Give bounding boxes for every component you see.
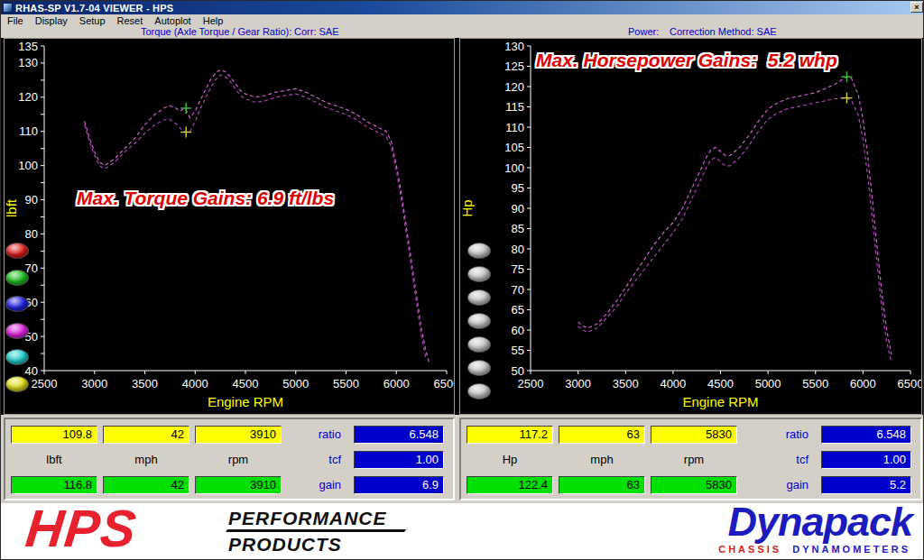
- tcf-value: 1.00: [354, 451, 444, 469]
- window-title: RHAS-SP V1.7-04 VIEWER - HPS: [15, 3, 173, 14]
- torque-correction-label: Corr: SAE: [294, 26, 339, 38]
- svg-text:Engine RPM: Engine RPM: [208, 394, 283, 409]
- svg-text:5000: 5000: [282, 377, 309, 390]
- dynapack-subtitle: CHASSIS DYNAMOMETERS: [718, 544, 910, 555]
- app-icon: [3, 3, 13, 13]
- rpm-unit-label: rpm: [651, 451, 737, 469]
- run-button-gray-7[interactable]: [467, 383, 491, 399]
- run-button-gray-3[interactable]: [467, 289, 491, 306]
- mph-unit-label: mph: [103, 451, 189, 469]
- power-correction-label: Correction Method: SAE: [670, 26, 777, 38]
- svg-text:3500: 3500: [132, 377, 158, 390]
- power-header-label: Power:: [628, 26, 659, 38]
- torque-gain-annotation: Max. Torque Gains: 6.9 ft/lbs: [77, 188, 334, 209]
- power-current-rpm: 5830: [651, 476, 737, 494]
- run-button-cyan[interactable]: [5, 349, 29, 365]
- svg-text:3500: 3500: [613, 377, 639, 390]
- svg-text:80: 80: [25, 227, 38, 241]
- dynapack-chassis-text: CHASSIS: [718, 544, 781, 555]
- menu-reset[interactable]: Reset: [116, 15, 145, 26]
- torque-header-label: Torque (Axle Torque / Gear Ratio):: [141, 26, 291, 38]
- svg-text:50: 50: [512, 364, 524, 378]
- power-baseline-rpm: 5830: [651, 426, 737, 444]
- svg-text:2500: 2500: [518, 377, 544, 390]
- run-button-gray-5[interactable]: [467, 336, 491, 353]
- close-button[interactable]: ×: [910, 2, 923, 13]
- hps-logo-rule: [226, 529, 406, 532]
- run-button-red[interactable]: [5, 243, 29, 259]
- menu-setup[interactable]: Setup: [78, 15, 107, 26]
- power-chart-panel: 5055606570758085909510010511011512012513…: [459, 38, 922, 415]
- torque-baseline-rpm: 3910: [195, 426, 282, 444]
- run-button-green[interactable]: [5, 270, 29, 286]
- run-button-magenta[interactable]: [5, 323, 29, 339]
- power-baseline-value: 117.2: [467, 426, 553, 444]
- toolbar: Torque (Axle Torque / Gear Ratio): Corr:…: [1, 26, 924, 38]
- svg-text:lbft: lbft: [5, 198, 19, 217]
- torque-current-rpm: 3910: [195, 476, 282, 494]
- torque-chart-panel: 4050607080901001101201301352500300035004…: [4, 38, 455, 415]
- svg-text:100: 100: [18, 159, 38, 172]
- svg-text:6500: 6500: [434, 377, 454, 390]
- svg-text:3000: 3000: [565, 377, 591, 390]
- run-button-gray-1[interactable]: [467, 243, 491, 259]
- torque-baseline-mph: 42: [103, 426, 189, 444]
- torque-current-value: 116.8: [11, 476, 97, 494]
- titlebar[interactable]: RHAS-SP V1.7-04 VIEWER - HPS ×: [1, 1, 924, 14]
- menu-display[interactable]: Display: [33, 15, 69, 26]
- torque-current-mph: 42: [103, 476, 189, 494]
- svg-text:115: 115: [505, 100, 524, 114]
- svg-text:90: 90: [512, 202, 524, 216]
- torque-unit-label: lbft: [11, 451, 97, 469]
- svg-text:Engine RPM: Engine RPM: [682, 394, 758, 409]
- svg-text:110: 110: [19, 124, 38, 138]
- dynapack-logo: Dynapack: [727, 499, 912, 546]
- ratio-value: 6.548: [821, 426, 911, 444]
- power-unit-label: Hp: [467, 451, 553, 469]
- tcf-value: 1.00: [821, 451, 911, 469]
- svg-text:Hp: Hp: [460, 199, 475, 216]
- svg-text:4000: 4000: [660, 377, 686, 390]
- run-button-gray-2[interactable]: [467, 266, 491, 282]
- menu-autoplot[interactable]: Autoplot: [152, 15, 192, 26]
- svg-text:135: 135: [18, 40, 38, 53]
- dynapack-sub-spacer: [781, 544, 792, 555]
- power-chart: 5055606570758085909510010511011512012513…: [460, 39, 921, 414]
- torque-baseline-value: 109.8: [11, 426, 97, 444]
- svg-text:6000: 6000: [383, 377, 410, 390]
- app-window: RHAS-SP V1.7-04 VIEWER - HPS × File Disp…: [0, 0, 924, 560]
- svg-text:6000: 6000: [850, 377, 876, 390]
- run-button-gray-6[interactable]: [467, 360, 491, 376]
- rpm-unit-label: rpm: [195, 451, 282, 469]
- svg-text:65: 65: [512, 303, 524, 317]
- ratio-label: ratio: [786, 426, 808, 444]
- svg-text:85: 85: [512, 222, 524, 235]
- menubar: File Display Setup Reset Autoplot Help: [1, 14, 924, 26]
- svg-text:110: 110: [505, 121, 524, 134]
- torque-gain-value: 6.9: [354, 476, 444, 494]
- svg-text:4500: 4500: [707, 377, 734, 390]
- svg-text:130: 130: [18, 56, 38, 69]
- hps-products-text: PRODUCTS: [228, 534, 342, 555]
- mph-unit-label: mph: [559, 451, 645, 469]
- ratio-label: ratio: [319, 426, 341, 444]
- run-button-gray-4[interactable]: [467, 313, 491, 329]
- svg-text:90: 90: [25, 193, 38, 207]
- ratio-value: 6.548: [354, 426, 444, 444]
- svg-text:95: 95: [512, 181, 524, 195]
- dynapack-dynamometers-text: DYNAMOMETERS: [792, 544, 910, 555]
- svg-text:100: 100: [504, 161, 524, 175]
- power-gain-annotation: Max. Horsepower Gains: 5.2 whp: [536, 50, 837, 71]
- run-button-blue[interactable]: [5, 296, 29, 312]
- logo-strip: HPS PERFORMANCE PRODUCTS Dynapack CHASSI…: [1, 503, 924, 560]
- svg-text:80: 80: [512, 243, 524, 256]
- menu-help[interactable]: Help: [201, 15, 226, 26]
- menu-file[interactable]: File: [5, 15, 25, 26]
- hps-performance-text: PERFORMANCE: [228, 508, 387, 529]
- svg-text:120: 120: [18, 90, 38, 104]
- run-button-yellow[interactable]: [5, 376, 29, 392]
- tcf-label: tcf: [328, 451, 341, 469]
- power-baseline-mph: 63: [559, 426, 645, 444]
- svg-text:40: 40: [25, 364, 38, 378]
- svg-text:75: 75: [512, 262, 524, 276]
